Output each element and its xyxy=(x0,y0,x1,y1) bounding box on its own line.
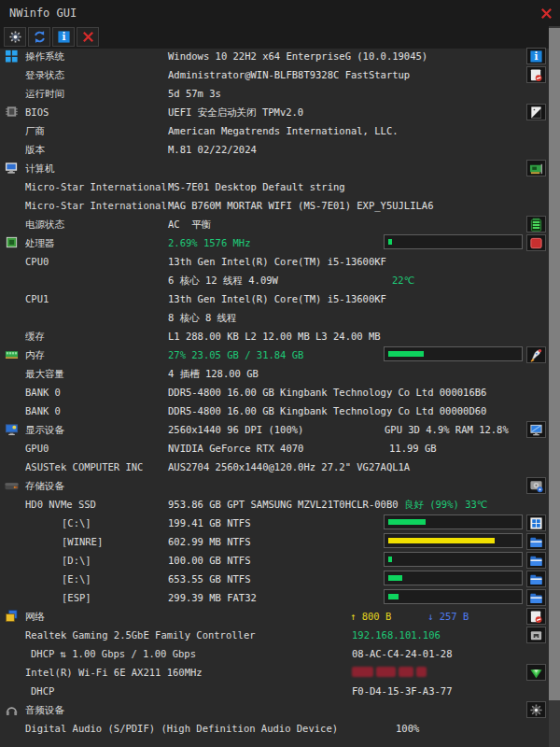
info-row[interactable]: HD0 NVMe SSD953.86 GB GPT SAMSUNG MZVL21… xyxy=(0,495,549,514)
row-label: GPU0 xyxy=(25,439,166,458)
info-row[interactable]: 存储设备 xyxy=(0,476,549,495)
row-label: [E:\] xyxy=(62,570,166,588)
info-row[interactable]: [ESP]299.39 MB FAT32 xyxy=(0,588,549,607)
row-label: 操作系统 xyxy=(25,47,166,65)
info-row[interactable]: ASUSTek COMPUTER INCAUS2704 2560x1440@12… xyxy=(0,458,549,476)
logout-button[interactable] xyxy=(526,66,546,83)
row-value: L1 288.00 KB L2 12.00 MB L3 24.00 MB xyxy=(168,327,381,345)
info-row[interactable]: 最大容量4 插槽 128.00 GB xyxy=(0,364,549,383)
ethernet-button[interactable] xyxy=(526,627,546,643)
info-row[interactable]: 操作系统Windows 10 22H2 x64 EnterpriseG (10.… xyxy=(0,47,549,65)
row-label: 处理器 xyxy=(25,233,166,252)
row-label: CPU1 xyxy=(25,289,166,308)
row-value-secondary: F0-D4-15-3F-A3-77 xyxy=(352,682,452,700)
wifi-icon xyxy=(529,666,543,680)
about-button[interactable]: i xyxy=(52,27,75,47)
info-row[interactable]: 6 核心 12 线程 4.09W22℃ xyxy=(0,271,549,289)
info-row[interactable]: GPU0NVIDIA GeForce RTX 407011.99 GB xyxy=(0,439,549,458)
windows-volume-button[interactable] xyxy=(526,514,546,531)
scrollbar[interactable] xyxy=(549,26,560,747)
refresh-button[interactable] xyxy=(28,27,50,47)
info-row[interactable]: 内存27% 23.05 GB / 31.84 GB xyxy=(0,345,549,364)
info-row[interactable]: Realtek Gaming 2.5GbE Family Controller1… xyxy=(0,626,549,644)
row-value: 100.00 GB NTFS xyxy=(168,551,251,570)
usage-bar xyxy=(384,514,523,529)
info-row[interactable]: [C:\]199.41 GB NTFS xyxy=(0,514,549,532)
info-row[interactable]: 网络↑ 800 B↓ 257 B xyxy=(0,607,549,626)
row-value-secondary: 100% xyxy=(396,719,419,738)
info-row[interactable]: BANK 0DDR5-4800 16.00 GB Kingbank Techno… xyxy=(0,402,549,420)
info-row[interactable]: 版本M.81 02/22/2024 xyxy=(0,140,549,159)
info-row[interactable]: 处理器2.69% 1576 MHz xyxy=(0,233,549,252)
info-row[interactable]: 计算机 xyxy=(0,159,549,177)
info-row[interactable]: 8 核心 8 线程 xyxy=(0,308,549,327)
row-value-secondary: 11.99 GB xyxy=(389,439,437,458)
titlebar: NWinfo GUI xyxy=(0,0,560,26)
svg-text:i: i xyxy=(535,50,539,62)
battery-button[interactable] xyxy=(526,216,546,233)
info-row[interactable]: 音频设备 xyxy=(0,700,549,719)
info-row[interactable]: 电源状态AC 平衡 xyxy=(0,215,549,233)
folder-button[interactable] xyxy=(526,589,546,606)
info-row[interactable]: [WINRE]602.99 MB NTFS xyxy=(0,532,549,551)
gear-button[interactable] xyxy=(526,701,546,718)
info-row[interactable]: Intel(R) Wi-Fi 6E AX211 160MHz xyxy=(0,663,549,682)
info-row[interactable]: DHCP ⇅ 1.00 Gbps / 1.00 Gbps08-AC-C4-24-… xyxy=(0,644,549,663)
wifi-button[interactable] xyxy=(526,664,546,681)
row-value: MS-7E01 Desktop Default string xyxy=(168,177,345,196)
usage-bar xyxy=(384,533,523,548)
row-value: 299.39 MB FAT32 xyxy=(168,588,257,607)
folder-icon xyxy=(529,572,543,586)
logout-icon xyxy=(529,68,543,82)
settings-button[interactable] xyxy=(4,27,26,47)
info-row[interactable]: Digital Audio (S/PDIF) (High Definition … xyxy=(0,719,549,738)
nwinfo-window: NWinfo GUI i 操作系统Windows 10 22H2 x64 Ent… xyxy=(0,0,560,747)
pci-card-button[interactable] xyxy=(526,160,546,176)
monitor-button[interactable] xyxy=(526,421,546,438)
info-row[interactable]: 显示设备2560x1440 96 DPI (100%)GPU 3D 4.9% R… xyxy=(0,420,549,439)
rocket-button[interactable] xyxy=(526,346,546,363)
audio-icon xyxy=(5,702,20,717)
row-label: 缓存 xyxy=(25,327,166,345)
folder-button[interactable] xyxy=(526,552,546,569)
row-value: 27% 23.05 GB / 31.84 GB xyxy=(168,345,303,364)
info-row[interactable]: 缓存L1 288.00 KB L2 12.00 MB L3 24.00 MB xyxy=(0,327,549,345)
exit-button[interactable] xyxy=(77,27,99,47)
info-icon: i xyxy=(529,49,543,63)
monitor-icon xyxy=(529,423,543,437)
info-row[interactable]: [D:\]100.00 GB NTFS xyxy=(0,551,549,570)
temp-led-button[interactable] xyxy=(526,234,546,251)
info-button[interactable]: i xyxy=(526,48,546,64)
scrollbar-thumb[interactable] xyxy=(549,28,560,700)
row-label: DHCP xyxy=(31,682,54,700)
usage-bar-fill xyxy=(388,519,426,525)
row-label: Realtek Gaming 2.5GbE Family Controller xyxy=(25,626,256,644)
info-row[interactable]: Micro-Star International CMAG B760M MORT… xyxy=(0,196,549,215)
folder-button[interactable] xyxy=(526,571,546,587)
info-row[interactable]: BANK 0DDR5-4800 16.00 GB Kingbank Techno… xyxy=(0,383,549,402)
info-row[interactable]: 登录状态Administrator@WIN-BLFB8T9328C FastSt… xyxy=(0,65,549,84)
disk-search-button[interactable] xyxy=(526,477,546,494)
disk-search-icon xyxy=(529,479,543,493)
folder-button[interactable] xyxy=(526,533,546,550)
info-row[interactable]: BIOSUEFI 安全启动关闭 TPMv2.0 xyxy=(0,103,549,121)
firmware-icon xyxy=(529,106,543,120)
info-row[interactable]: 运行时间5d 57m 3s xyxy=(0,84,549,103)
row-label: 厂商 xyxy=(25,121,166,140)
row-label: BIOS xyxy=(25,103,166,121)
info-row[interactable]: CPU113th Gen Intel(R) Core(TM) i5-13600K… xyxy=(0,289,549,308)
info-row[interactable]: CPU013th Gen Intel(R) Core(TM) i5-13600K… xyxy=(0,252,549,271)
firmware-button[interactable] xyxy=(526,104,546,120)
info-row[interactable]: Micro-Star International CMS-7E01 Deskto… xyxy=(0,177,549,196)
info-row[interactable]: 厂商American Megatrends International, LLC… xyxy=(0,121,549,140)
disable-button[interactable] xyxy=(526,608,546,625)
info-row[interactable]: [E:\]653.55 GB NTFS xyxy=(0,570,549,588)
info-row[interactable]: DHCPF0-D4-15-3F-A3-77 xyxy=(0,682,549,700)
storage-icon xyxy=(5,478,20,493)
svg-text:i: i xyxy=(62,31,65,42)
row-value: 8 核心 8 线程 xyxy=(168,308,237,327)
row-value: AC 平衡 xyxy=(168,215,211,233)
row-label: Micro-Star International C xyxy=(25,196,166,215)
cpu-icon xyxy=(5,235,20,250)
close-button[interactable] xyxy=(537,5,555,21)
